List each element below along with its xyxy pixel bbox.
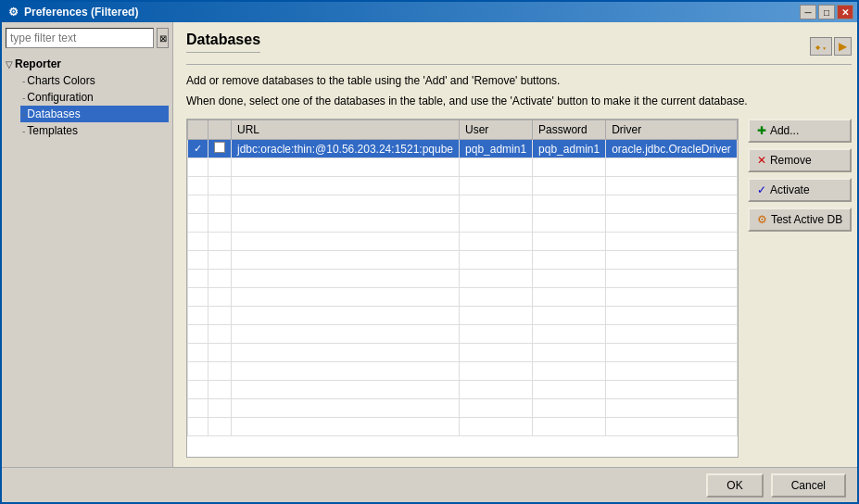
databases-table-container: URL User Password Driver ✓ jdbc:oracle:t…	[186, 119, 739, 458]
page-title: Databases	[186, 32, 260, 53]
row-password: pqb_admin1	[533, 140, 606, 158]
minimize-button[interactable]: ─	[800, 5, 816, 19]
page-title-bar: Databases ⬥▾ ▶	[186, 32, 852, 65]
sidebar-item-databases[interactable]: - Databases	[20, 106, 169, 122]
description-2: When done, select one of the databases i…	[186, 93, 852, 109]
preferences-window: ⚙ Preferences (Filtered) ─ □ ✕ ⊠ ▽ Repor…	[0, 0, 859, 504]
sidebar: ⊠ ▽ Reporter - Charts Colors - Configura…	[2, 22, 173, 467]
add-label: Add...	[770, 124, 799, 137]
add-button[interactable]: ✚ Add...	[748, 119, 852, 143]
col-header-checkbox	[208, 120, 232, 140]
row-user: pqb_admin1	[460, 140, 533, 158]
window-icon: ⚙	[6, 5, 20, 19]
action-buttons: ✚ Add... ✕ Remove ✓ Activate ⚙ Test Acti…	[748, 119, 852, 458]
close-button[interactable]: ✕	[837, 5, 853, 19]
tree-dash-icon: -	[22, 109, 25, 120]
col-header-password: Password	[533, 120, 606, 140]
configuration-label: Configuration	[27, 91, 93, 104]
search-input[interactable]	[6, 28, 154, 48]
main-content: ⊠ ▽ Reporter - Charts Colors - Configura…	[2, 22, 857, 467]
titlebar: ⚙ Preferences (Filtered) ─ □ ✕	[2, 2, 857, 22]
tree: ▽ Reporter - Charts Colors - Configurati…	[6, 56, 169, 139]
description-1: Add or remove databases to the table usi…	[186, 72, 852, 89]
table-row	[188, 344, 738, 362]
col-header-url: URL	[232, 120, 460, 140]
sidebar-item-templates[interactable]: - Templates	[20, 122, 169, 139]
table-row	[188, 288, 738, 307]
activate-label: Activate	[770, 183, 810, 196]
row-driver: oracle.jdbc.OracleDriver	[606, 140, 738, 158]
table-row	[188, 418, 738, 436]
nav-forward-button[interactable]: ▶	[834, 37, 852, 56]
row-checkbox[interactable]	[208, 140, 232, 158]
window-title: Preferences (Filtered)	[24, 6, 796, 19]
tree-parent-label: Reporter	[15, 57, 61, 70]
titlebar-buttons: ─ □ ✕	[800, 5, 853, 19]
footer: OK Cancel	[2, 467, 857, 502]
nav-arrows: ⬥▾ ▶	[810, 37, 852, 56]
table-row	[188, 325, 738, 344]
tree-dash-icon: -	[22, 76, 25, 86]
databases-table: URL User Password Driver ✓ jdbc:oracle:t…	[187, 120, 738, 436]
ok-button[interactable]: OK	[706, 473, 763, 498]
tree-parent-reporter[interactable]: ▽ Reporter	[6, 56, 169, 72]
tree-children: - Charts Colors - Configuration - Databa…	[20, 72, 169, 139]
table-row	[188, 233, 738, 251]
test-active-db-button[interactable]: ⚙ Test Active DB	[748, 208, 852, 232]
table-row	[188, 362, 738, 381]
row-active-check: ✓	[188, 140, 208, 158]
remove-label: Remove	[770, 154, 812, 167]
table-row	[188, 399, 738, 418]
tree-dash-icon: -	[22, 126, 25, 136]
table-row[interactable]: ✓ jdbc:oracle:thin:@10.56.203.24:1521:pq…	[188, 140, 738, 158]
remove-button[interactable]: ✕ Remove	[748, 148, 852, 172]
table-row	[188, 381, 738, 399]
table-row	[188, 177, 738, 195]
search-bar: ⊠	[6, 28, 169, 48]
databases-label: Databases	[27, 107, 80, 120]
table-row	[188, 307, 738, 325]
col-header-user: User	[460, 120, 533, 140]
table-row	[188, 251, 738, 270]
nav-back-button[interactable]: ⬥▾	[810, 37, 832, 56]
checkbox[interactable]	[214, 142, 225, 153]
table-row	[188, 195, 738, 214]
sidebar-item-configuration[interactable]: - Configuration	[20, 89, 169, 106]
charts-colors-label: Charts Colors	[27, 74, 95, 87]
templates-label: Templates	[27, 124, 78, 137]
table-row	[188, 214, 738, 233]
expand-icon: ▽	[6, 59, 13, 69]
content-area: URL User Password Driver ✓ jdbc:oracle:t…	[186, 119, 852, 458]
sidebar-item-charts-colors[interactable]: - Charts Colors	[20, 72, 169, 89]
remove-icon: ✕	[757, 154, 766, 167]
col-header-check	[188, 120, 208, 140]
activate-button[interactable]: ✓ Activate	[748, 178, 852, 202]
add-icon: ✚	[757, 124, 766, 137]
table-row	[188, 158, 738, 177]
tree-dash-icon: -	[22, 93, 25, 103]
table-row	[188, 270, 738, 288]
col-header-driver: Driver	[606, 120, 738, 140]
activate-icon: ✓	[757, 183, 766, 196]
right-panel: Databases ⬥▾ ▶ Add or remove databases t…	[173, 22, 857, 467]
restore-button[interactable]: □	[818, 5, 835, 19]
row-url: jdbc:oracle:thin:@10.56.203.24:1521:pqub…	[232, 140, 460, 158]
test-label: Test Active DB	[771, 213, 842, 226]
search-clear-button[interactable]: ⊠	[157, 28, 169, 48]
cancel-button[interactable]: Cancel	[771, 473, 846, 498]
test-icon: ⚙	[757, 213, 767, 226]
